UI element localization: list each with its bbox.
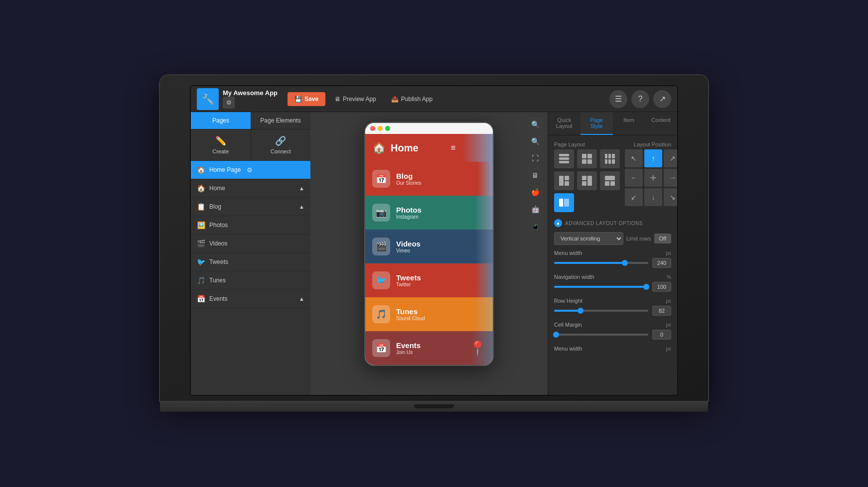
cell-margin-thumb[interactable] [553,332,559,338]
svg-rect-7 [605,154,607,158]
pos-mid-right[interactable]: → [664,169,677,187]
menu-width-value[interactable] [652,258,671,268]
save-button[interactable]: 💾 Save [288,92,325,106]
app-ui: 🔧 My Awesome App ⚙ 💾 Save 🖥 [191,86,677,395]
tab-item[interactable]: Item [613,112,645,135]
svg-rect-10 [605,159,607,164]
advanced-header: ● ADVANCED LAYOUT OPTIONS [554,219,671,227]
limit-rows-toggle[interactable]: Off [654,234,671,244]
nav-width-value[interactable] [652,282,671,292]
menu-width-input-row [554,258,671,268]
tweets-icon: 🐦 [197,258,205,266]
blog-menu-text: Blog Our Stories [396,172,422,186]
layout-mix3[interactable] [600,171,620,190]
homepage-gear-icon: ⚙ [247,166,253,174]
phone-videos-row: 🎬 Videos Vimeo [365,230,493,263]
photos-menu-subtitle: Instagram [396,214,422,220]
row-height-thumb[interactable] [578,308,583,314]
svg-rect-6 [587,159,592,164]
toolbar-actions: 💾 Save 🖥 Preview App 📤 Publish App [288,92,605,106]
menu-icon-button[interactable]: ☰ [609,90,627,108]
tunes-label: Tunes [209,277,226,284]
publish-button[interactable]: 📤 Publish App [385,92,438,106]
connect-action[interactable]: 🔗 Connect [251,129,311,160]
preview-button[interactable]: 🖥 Preview App [328,92,382,106]
hamburger-icon: ≡ [451,143,455,152]
home-arrow-icon: ▲ [299,185,304,191]
menu-width-thumb[interactable] [622,260,628,266]
svg-rect-18 [582,181,586,186]
tab-quick-layout[interactable]: Quick Layout [548,112,580,135]
layout-mix1[interactable] [554,171,574,190]
phone-frame: 🏠 Home ≡ [364,122,494,366]
page-item-homepage[interactable]: 🏠 Home Page ⚙ [191,161,310,179]
homepage-icon: 🏠 [197,166,205,174]
row-height-track[interactable] [554,310,648,312]
tweets-label: Tweets [209,258,228,265]
home-label: Home [209,185,225,192]
cell-margin-track[interactable] [554,334,648,336]
export-icon-button[interactable]: ↗ [653,90,671,108]
pos-bot-center[interactable]: ↓ [644,188,662,206]
zoom-in-button[interactable]: 🔍 [528,117,543,132]
videos-label: Videos [209,240,227,247]
tunes-menu-title: Tunes [396,307,425,316]
layout-3col[interactable] [600,149,620,168]
desktop-view-button[interactable]: 🖥 [528,168,543,183]
position-grid: ↖ ↑ ↗ ← ✛ → ↙ ↓ ↘ [625,149,677,212]
phone-tweets-row: 🐦 Tweets Twitter [365,263,493,297]
pos-top-center[interactable]: ↑ [644,149,662,167]
mobile-view-button[interactable]: 📱 [528,219,543,234]
fullscreen-button[interactable]: ⛶ [528,151,543,166]
page-item-videos[interactable]: 🎬 Videos [191,235,310,253]
nav-width-fill [554,286,646,288]
page-item-blog[interactable]: 📋 Blog ▲ [191,198,310,216]
pos-top-left[interactable]: ↖ [625,149,643,167]
row-height-fill [554,310,580,312]
pos-bot-left[interactable]: ↙ [625,188,643,206]
publish-icon: 📤 [391,96,399,103]
apple-icon[interactable]: 🍎 [528,185,543,200]
phone-blog-row: 📅 Blog Our Stories [365,162,493,196]
phone-menu-list: 🏠 Home ≡ [365,134,493,365]
page-item-tunes[interactable]: 🎵 Tunes [191,271,310,290]
app-settings-button[interactable]: ⚙ [223,97,235,109]
app-info: My Awesome App ⚙ [223,89,278,109]
zoom-out-button[interactable]: 🔍 [528,134,543,149]
tunes-menu-subtitle: Sound Cloud [396,316,425,321]
row-height-value[interactable] [652,306,671,316]
videos-menu-subtitle: Vimeo [396,248,421,253]
tab-pages[interactable]: Pages [191,112,251,129]
phone-tunes-row: 🎵 Tunes Sound Cloud [365,297,493,331]
tab-page-style[interactable]: Page Style [580,112,613,135]
android-icon[interactable]: 🤖 [528,202,543,217]
pos-bot-right[interactable]: ↘ [664,188,677,206]
layout-single-wide[interactable] [554,193,574,212]
cell-margin-fill [554,334,556,336]
layout-2col[interactable] [577,149,597,168]
page-item-home[interactable]: 🏠 Home ▲ [191,179,310,198]
page-item-photos[interactable]: 🖼️ Photos [191,216,310,235]
menu-width-label: Menu width [554,250,582,256]
layout-position-label: Layout Position [634,141,671,147]
tab-content[interactable]: Content [645,112,677,135]
events-arrow-icon: ▲ [299,296,304,302]
tab-page-elements[interactable]: Page Elements [251,112,310,129]
pos-top-right[interactable]: ↗ [664,149,677,167]
create-action[interactable]: ✏️ Create [191,129,251,160]
cell-margin-label-row: Cell Margin px [554,322,671,328]
pos-center[interactable]: ✛ [644,169,662,187]
layout-1col[interactable] [554,149,574,168]
scrolling-dropdown[interactable]: Vertical scrolling [554,232,623,245]
advanced-toggle[interactable]: ● [554,219,562,227]
pos-mid-left[interactable]: ← [625,169,643,187]
page-item-tweets[interactable]: 🐦 Tweets [191,253,310,271]
layout-mix2[interactable] [577,171,597,190]
nav-width-thumb[interactable] [643,284,649,290]
page-item-events[interactable]: 📅 Events ▲ [191,290,310,308]
cell-margin-value[interactable] [652,330,671,340]
menu-width-track[interactable] [554,262,648,264]
help-icon-button[interactable]: ? [631,90,649,108]
tunes-menu-icon: 🎵 [372,305,390,323]
nav-width-track[interactable] [554,286,648,288]
